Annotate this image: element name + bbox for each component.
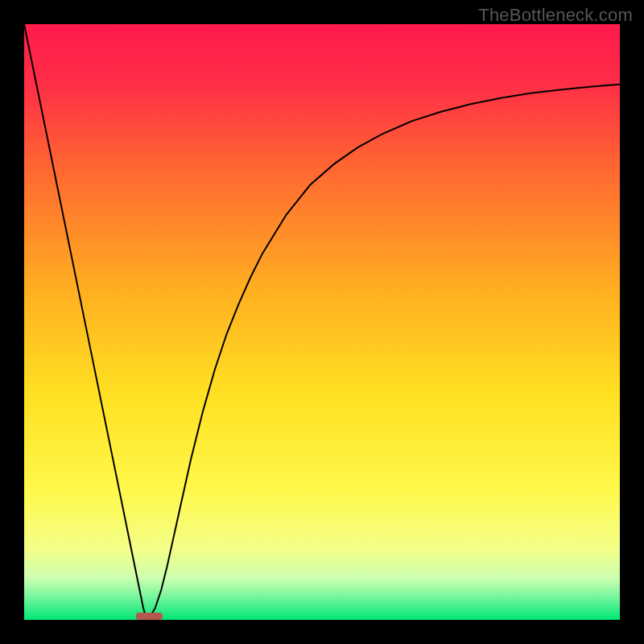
optimal-marker: [136, 613, 163, 620]
watermark-label: TheBottleneck.com: [478, 5, 633, 26]
chart-svg: [24, 24, 620, 620]
gradient-background: [24, 24, 620, 620]
plot-area: [24, 24, 620, 620]
chart-frame: TheBottleneck.com: [0, 0, 644, 644]
